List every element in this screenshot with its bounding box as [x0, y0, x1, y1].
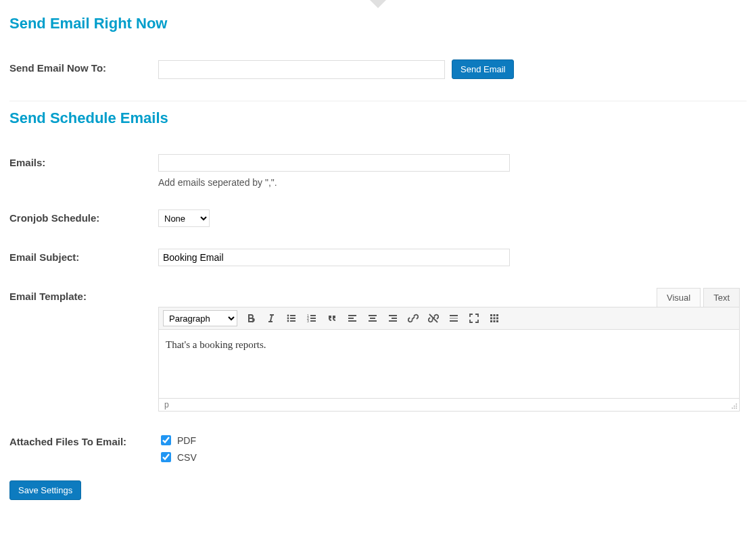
emails-helper-text: Add emails seperated by ",".	[158, 177, 747, 188]
unlink-icon[interactable]	[427, 312, 440, 325]
svg-point-33	[736, 403, 737, 405]
editor-wrap: Visual Text Paragraph 123	[158, 288, 740, 412]
svg-rect-22	[450, 318, 458, 319]
svg-point-37	[734, 407, 735, 409]
label-attached-files: Attached Files To Email:	[9, 433, 158, 447]
svg-rect-27	[490, 318, 492, 320]
svg-rect-23	[450, 320, 458, 322]
italic-icon[interactable]	[264, 312, 278, 325]
svg-rect-19	[392, 318, 397, 319]
blockquote-icon[interactable]	[325, 312, 339, 325]
bold-icon[interactable]	[244, 312, 258, 325]
svg-text:3: 3	[307, 319, 309, 323]
align-center-icon[interactable]	[366, 312, 379, 325]
section-divider	[9, 101, 747, 101]
checkbox-row-csv: CSV	[158, 450, 747, 464]
svg-point-34	[734, 405, 735, 407]
svg-point-36	[732, 407, 733, 409]
row-send-email-now: Send Email Now To: Send Email	[9, 59, 747, 79]
row-cronjob: Cronjob Schedule: None	[9, 209, 747, 227]
svg-rect-16	[370, 318, 375, 319]
field-emails: Add emails seperated by ",".	[158, 154, 747, 188]
svg-rect-25	[494, 314, 496, 316]
svg-rect-13	[348, 318, 354, 319]
svg-rect-18	[389, 315, 397, 316]
bullet-list-icon[interactable]	[285, 312, 298, 325]
attached-csv-checkbox[interactable]	[161, 452, 171, 462]
row-template: Email Template: Visual Text Paragraph 12…	[9, 288, 747, 412]
attached-csv-label: CSV	[177, 452, 197, 463]
label-send-email-now: Send Email Now To:	[9, 59, 158, 74]
tab-visual[interactable]: Visual	[657, 288, 701, 307]
svg-rect-21	[450, 315, 458, 316]
section-title-send-now: Send Email Right Now	[9, 15, 747, 32]
field-send-email-now: Send Email	[158, 59, 747, 79]
row-subject: Email Subject:	[9, 249, 747, 266]
svg-rect-30	[490, 320, 492, 322]
svg-rect-31	[494, 320, 496, 322]
field-subject	[158, 249, 747, 266]
editor-tabs: Visual Text	[158, 288, 740, 307]
svg-rect-12	[348, 315, 356, 316]
attached-pdf-label: PDF	[177, 435, 196, 446]
align-left-icon[interactable]	[346, 312, 359, 325]
emails-input[interactable]	[158, 154, 510, 172]
svg-rect-14	[348, 320, 356, 322]
row-attached-files: Attached Files To Email: PDF CSV	[9, 433, 747, 467]
field-cronjob: None	[158, 209, 747, 227]
svg-rect-4	[290, 318, 296, 319]
svg-rect-17	[369, 320, 377, 322]
link-icon[interactable]	[406, 312, 420, 325]
attached-pdf-checkbox[interactable]	[161, 435, 171, 445]
section-title-schedule: Send Schedule Emails	[9, 109, 747, 127]
editor-status-bar: p	[158, 399, 740, 412]
svg-rect-26	[496, 314, 498, 316]
svg-rect-24	[490, 314, 492, 316]
field-template: Visual Text Paragraph 123	[158, 288, 747, 412]
svg-point-2	[287, 320, 289, 322]
editor-content[interactable]: That's a booking reports.	[158, 330, 740, 399]
send-email-now-input[interactable]	[158, 60, 445, 79]
numbered-list-icon[interactable]: 123	[305, 312, 318, 325]
svg-point-1	[287, 318, 289, 320]
chevron-down-icon	[370, 0, 386, 8]
svg-rect-15	[369, 315, 377, 316]
label-subject: Email Subject:	[9, 249, 158, 263]
svg-rect-32	[496, 320, 498, 322]
svg-point-35	[736, 405, 737, 407]
label-template: Email Template:	[9, 288, 158, 302]
fullscreen-icon[interactable]	[467, 312, 481, 325]
row-emails: Emails: Add emails seperated by ",".	[9, 154, 747, 188]
email-subject-input[interactable]	[158, 249, 510, 266]
label-cronjob: Cronjob Schedule:	[9, 209, 158, 224]
svg-rect-29	[496, 318, 498, 320]
editor-toolbar: Paragraph 123	[158, 307, 740, 330]
svg-rect-9	[310, 315, 316, 316]
svg-rect-3	[290, 315, 296, 316]
toolbar-toggle-icon[interactable]	[488, 312, 501, 325]
save-settings-button[interactable]: Save Settings	[9, 480, 81, 500]
cronjob-schedule-select[interactable]: None	[158, 209, 210, 227]
svg-point-0	[287, 315, 289, 317]
editor-element-path: p	[164, 400, 169, 410]
svg-rect-28	[494, 318, 496, 320]
checkbox-row-pdf: PDF	[158, 433, 747, 447]
align-right-icon[interactable]	[386, 312, 400, 325]
paragraph-select[interactable]: Paragraph	[163, 310, 237, 326]
field-attached-files: PDF CSV	[158, 433, 747, 467]
tab-text[interactable]: Text	[703, 288, 740, 307]
svg-point-38	[736, 407, 737, 409]
svg-rect-11	[310, 320, 316, 322]
read-more-icon[interactable]	[447, 312, 460, 325]
svg-rect-5	[290, 320, 296, 322]
label-emails: Emails:	[9, 154, 158, 168]
svg-rect-20	[389, 320, 397, 322]
resize-grip-icon[interactable]	[731, 403, 738, 410]
send-email-button[interactable]: Send Email	[452, 59, 514, 79]
svg-rect-10	[310, 318, 316, 319]
